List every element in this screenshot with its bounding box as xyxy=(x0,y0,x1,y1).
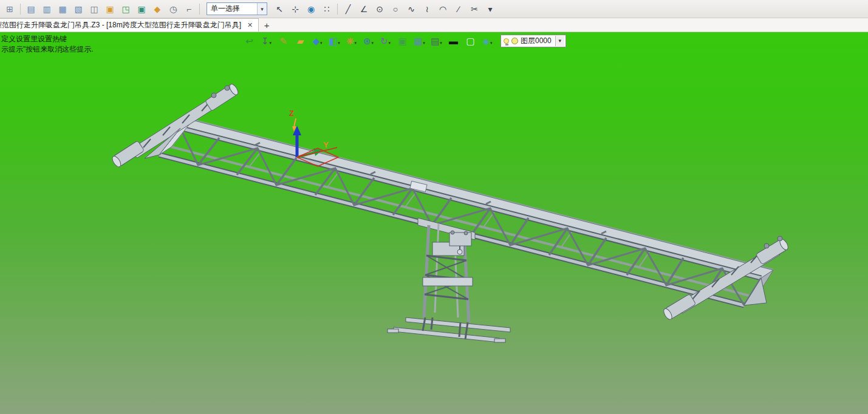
axis-y-label: Y xyxy=(323,140,329,149)
axis-z-label: Z xyxy=(289,109,294,118)
curve-tool-icon[interactable]: ≀ xyxy=(420,2,434,16)
truss-top-face xyxy=(180,120,773,278)
history-list-icon[interactable]: ▥ xyxy=(39,2,54,16)
render-style-icon[interactable]: ❋ xyxy=(344,34,359,47)
more-tools-icon[interactable]: ▾ xyxy=(483,2,497,16)
top-toolbar: ⊞▤▥▦▧◫▣◳▣◆◷⌐ 单一选择 ▾ ↖⊹◉∷╱∠⊙○∿≀◠∕✂▾ xyxy=(0,0,868,18)
axis-origin-marker xyxy=(294,118,296,127)
layer-select-caret-icon[interactable]: ▾ xyxy=(555,36,564,46)
display-mode-icon[interactable]: ◧ xyxy=(327,34,342,47)
separator xyxy=(199,4,200,15)
history-clock-icon[interactable]: ◷ xyxy=(166,2,180,16)
view-toolbar-group: ↩↧✎▰◆◧❋⊛↻▣▦▤▬▢◈ xyxy=(242,34,495,47)
layer-select[interactable]: 图层0000 ▾ xyxy=(501,35,566,47)
selection-mode-value: 单一选择 xyxy=(211,4,240,14)
view-toolbar: ↩↧✎▰◆◧❋⊛↻▣▦▤▬▢◈ 图层0000 ▾ xyxy=(242,34,566,47)
circle-center-tool-icon[interactable]: ⊙ xyxy=(372,2,387,16)
open-folder-icon[interactable]: ◳ xyxy=(118,2,133,16)
prompt-input-icon[interactable]: ⌐ xyxy=(182,2,196,16)
hint-messages: 定义设置里设置热键 示提示"按钮来取消这些提示. xyxy=(1,34,94,55)
hook-icon xyxy=(457,249,462,254)
viewport-3d[interactable]: 定义设置里设置热键 示提示"按钮来取消这些提示. ↩↧✎▰◆◧❋⊛↻▣▦▤▬▢◈… xyxy=(0,32,868,414)
assembly-list-icon[interactable]: ▦ xyxy=(55,2,70,16)
zw3d-window: ⊞▤▥▦▧◫▣◳▣◆◷⌐ 单一选择 ▾ ↖⊹◉∷╱∠⊙○∿≀◠∕✂▾ 大型范围行… xyxy=(0,0,868,414)
toolbar-right-group: ↖⊹◉∷╱∠⊙○∿≀◠∕✂▾ xyxy=(272,2,497,16)
document-tab[interactable]: 大型范围行走升降吸盘龙门吊具.Z3 - [18m跨度大型范围行走升降吸盘龙门吊具… xyxy=(0,18,259,32)
section-view-icon[interactable]: ◈ xyxy=(480,34,495,47)
clipboard-icon[interactable]: ◫ xyxy=(87,2,101,16)
left-carriage-wheel-bogie xyxy=(205,83,240,111)
layer-select-value: 图层0000 xyxy=(521,36,552,46)
arc-tool-icon[interactable]: ◠ xyxy=(436,2,450,16)
viewport-canvas[interactable]: Z Y xyxy=(0,32,868,414)
separator xyxy=(337,4,338,15)
hotkey-icon[interactable]: ◆ xyxy=(150,2,165,16)
segment-tool-icon[interactable]: ∕ xyxy=(451,2,466,16)
datum-list-icon[interactable]: ▤ xyxy=(24,2,38,16)
grid-icon[interactable]: ▦ xyxy=(412,34,427,47)
back-to-parent-icon[interactable]: ↩ xyxy=(242,34,257,47)
input-device-icon[interactable]: ▤ xyxy=(429,34,444,47)
center-tower xyxy=(388,218,510,342)
line-tool-icon[interactable]: ╱ xyxy=(341,2,355,16)
hint-line-1: 定义设置里设置热键 xyxy=(1,34,94,44)
note-icon[interactable]: ▣ xyxy=(103,2,117,16)
layer-list-icon[interactable]: ▧ xyxy=(71,2,86,16)
zoom-window-icon[interactable]: ▣ xyxy=(395,34,410,47)
new-tab-button[interactable]: + xyxy=(259,18,275,32)
shaded-cube-icon[interactable]: ◆ xyxy=(310,34,325,47)
toolbar-left-group: ⊞▤▥▦▧◫▣◳▣◆◷⌐ xyxy=(2,2,202,16)
trim-tool-icon[interactable]: ✂ xyxy=(467,2,482,16)
sketch-pencil-icon[interactable]: ✎ xyxy=(276,34,291,47)
circle-tool-icon[interactable]: ○ xyxy=(388,2,403,16)
right-carriage-wheel-bogie xyxy=(756,237,790,264)
separator xyxy=(20,4,21,15)
zoom-icon[interactable]: ⊛ xyxy=(361,34,376,47)
snap-points-icon[interactable]: ∷ xyxy=(320,2,334,16)
hint-line-2: 示提示"按钮来取消这些提示. xyxy=(1,44,94,55)
folder-icon[interactable]: ▰ xyxy=(293,34,308,47)
right-carriage-roller xyxy=(662,294,696,321)
selection-mode-caret-icon[interactable]: ▾ xyxy=(257,3,267,15)
line-width-icon[interactable]: ▬ xyxy=(446,34,461,47)
tab-bar: 大型范围行走升降吸盘龙门吊具.Z3 - [18m跨度大型范围行走升降吸盘龙门吊具… xyxy=(0,18,868,32)
model-gantry-crane[interactable] xyxy=(111,83,790,342)
document-tab-label: 大型范围行走升降吸盘龙门吊具.Z3 - [18m跨度大型范围行走升降吸盘龙门吊具… xyxy=(0,20,241,30)
layer-visibility-icon[interactable] xyxy=(504,38,509,44)
play-circle-icon[interactable]: ◉ xyxy=(304,2,318,16)
tab-close-icon[interactable]: ✕ xyxy=(247,21,253,29)
ui-manager-icon[interactable]: ⊞ xyxy=(2,2,17,16)
background-color-icon[interactable]: ▢ xyxy=(463,34,478,47)
save-icon[interactable]: ▣ xyxy=(134,2,149,16)
polyline-tool-icon[interactable]: ∠ xyxy=(357,2,371,16)
measure-icon[interactable]: ↧ xyxy=(259,34,274,47)
rotate-view-icon[interactable]: ↻ xyxy=(378,34,393,47)
pick-target-icon[interactable]: ⊹ xyxy=(288,2,302,16)
selection-mode-select[interactable]: 单一选择 ▾ xyxy=(207,2,267,15)
spline-tool-icon[interactable]: ∿ xyxy=(404,2,419,16)
pick-arrow-icon[interactable]: ↖ xyxy=(272,2,287,16)
left-end-carriage xyxy=(111,83,239,168)
layer-color-swatch[interactable] xyxy=(511,38,518,44)
